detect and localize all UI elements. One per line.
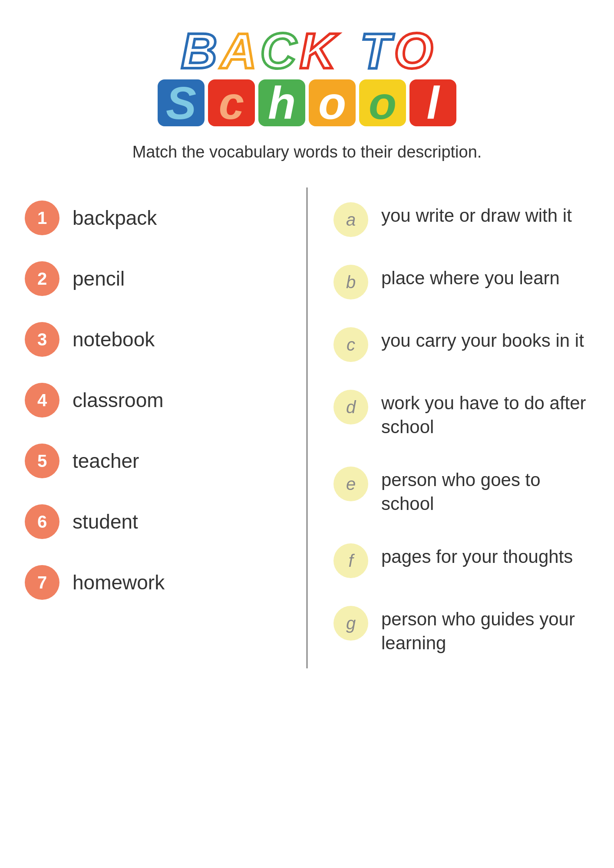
desc-text-e: person who goes to school — [381, 465, 589, 516]
letter-badge-g: g — [333, 606, 368, 641]
desc-item-c: c you carry your books in it — [333, 312, 589, 375]
desc-item-g: g person who guides your learning — [333, 591, 589, 668]
title-letter-h: h — [258, 79, 305, 126]
vocab-item-5: 5 teacher — [25, 431, 281, 491]
number-badge-1: 1 — [25, 201, 59, 235]
number-badge-4: 4 — [25, 383, 59, 418]
letter-badge-e: e — [333, 467, 368, 501]
title-letter-o2: o — [309, 79, 356, 126]
desc-text-c: you carry your books in it — [381, 326, 584, 353]
desc-item-a: a you write or draw with it — [333, 187, 589, 250]
number-badge-3: 3 — [25, 322, 59, 357]
number-badge-7: 7 — [25, 565, 59, 600]
letter-badge-b: b — [333, 265, 368, 299]
title-letter-l: l — [409, 79, 456, 126]
desc-item-b: b place where you learn — [333, 250, 589, 312]
vocab-item-1: 1 backpack — [25, 187, 281, 248]
desc-text-b: place where you learn — [381, 263, 560, 290]
desc-item-f: f pages for your thoughts — [333, 529, 589, 591]
subtitle-text: Match the vocabulary words to their desc… — [132, 143, 482, 161]
desc-item-d: d work you have to do after school — [333, 375, 589, 452]
title-letter-c2: c — [208, 79, 255, 126]
number-badge-2: 2 — [25, 261, 59, 296]
desc-text-d: work you have to do after school — [381, 388, 589, 439]
title-letter-o: O — [394, 26, 433, 76]
desc-text-a: you write or draw with it — [381, 201, 572, 228]
letter-badge-f: f — [333, 543, 368, 578]
descriptions-column: a you write or draw with it b place wher… — [307, 187, 589, 668]
vocab-word-4: classroom — [73, 388, 164, 412]
vocab-word-3: notebook — [73, 328, 155, 351]
title-row-2: S c h o o l — [158, 79, 456, 126]
page-title: B A C K T O S c h o o l — [158, 26, 456, 130]
title-row-1: B A C K T O — [158, 26, 456, 76]
letter-badge-d: d — [333, 390, 368, 424]
desc-text-f: pages for your thoughts — [381, 542, 573, 569]
vocab-item-3: 3 notebook — [25, 309, 281, 370]
title-letter-o3: o — [359, 79, 406, 126]
title-letter-s: S — [158, 79, 205, 126]
number-badge-5: 5 — [25, 444, 59, 478]
number-badge-6: 6 — [25, 504, 59, 539]
desc-item-e: e person who goes to school — [333, 452, 589, 529]
title-letter-k: K — [300, 26, 336, 76]
title-letter-a: A — [221, 26, 257, 76]
vocab-word-5: teacher — [73, 449, 139, 473]
vocab-word-2: pencil — [73, 267, 125, 290]
title-letter-b: B — [181, 26, 217, 76]
vocab-item-6: 6 student — [25, 491, 281, 552]
vocab-word-1: backpack — [73, 206, 157, 230]
matching-exercise: 1 backpack 2 pencil 3 notebook 4 classro… — [25, 187, 589, 668]
vocabulary-column: 1 backpack 2 pencil 3 notebook 4 classro… — [25, 187, 307, 668]
title-letter-c: C — [260, 26, 296, 76]
letter-badge-c: c — [333, 327, 368, 362]
vocab-item-4: 4 classroom — [25, 370, 281, 431]
vocab-word-6: student — [73, 510, 138, 533]
vocab-word-7: homework — [73, 571, 165, 594]
vocab-item-7: 7 homework — [25, 552, 281, 613]
vocab-item-2: 2 pencil — [25, 248, 281, 309]
desc-text-g: person who guides your learning — [381, 604, 589, 655]
title-letter-t: T — [360, 26, 390, 76]
letter-badge-a: a — [333, 202, 368, 237]
